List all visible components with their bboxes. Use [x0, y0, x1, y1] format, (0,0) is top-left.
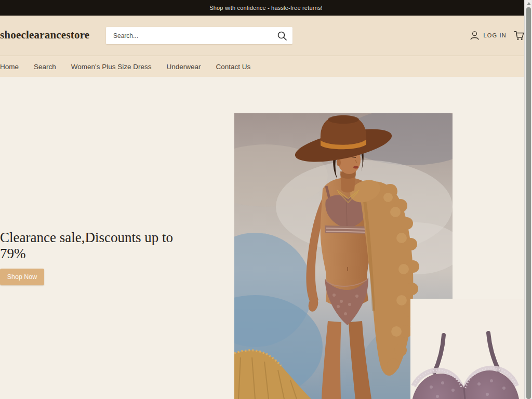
login-link[interactable]: LOG IN: [469, 30, 507, 41]
login-label: LOG IN: [484, 32, 507, 38]
store-logo[interactable]: shoeclearancestore: [0, 29, 89, 42]
search-submit-button[interactable]: [275, 29, 289, 43]
shopping-cart-icon: [513, 30, 525, 41]
nav-item-search[interactable]: Search: [34, 63, 56, 71]
scrollbar-thumb[interactable]: [526, 7, 531, 399]
hero-title: Clearance sale,Discounts up to 79%: [0, 230, 223, 262]
search-input[interactable]: [106, 27, 270, 44]
scrollbar-up-arrow[interactable]: [527, 2, 531, 5]
hero-title-line1: Clearance sale,Discounts up to: [0, 230, 223, 246]
nav-item-underwear[interactable]: Underwear: [166, 63, 201, 71]
storefront-page: Shop with confidence - hassle-free retur…: [0, 0, 532, 399]
nav-item-home[interactable]: Home: [0, 63, 19, 71]
cart-button[interactable]: [513, 30, 525, 41]
site-header: shoeclearancestore LOG IN: [0, 16, 532, 56]
vertical-scrollbar[interactable]: [524, 0, 532, 399]
bra-product-image: [410, 299, 532, 399]
product-image-card[interactable]: [410, 299, 532, 399]
announcement-bar: Shop with confidence - hassle-free retur…: [0, 0, 532, 16]
main-navigation: Home Search Women's Plus Size Dress Unde…: [0, 56, 532, 77]
person-icon: [469, 30, 480, 41]
hero-title-line2: 79%: [0, 246, 223, 262]
announcement-text: Shop with confidence - hassle-free retur…: [209, 5, 323, 11]
nav-item-womens-plus-size-dress[interactable]: Women's Plus Size Dress: [71, 63, 152, 71]
magnifier-icon: [277, 31, 287, 41]
search-bar: [106, 27, 292, 44]
shop-now-button[interactable]: Shop Now: [0, 269, 44, 285]
header-actions: LOG IN: [469, 28, 525, 43]
nav-item-contact-us[interactable]: Contact Us: [216, 63, 250, 71]
